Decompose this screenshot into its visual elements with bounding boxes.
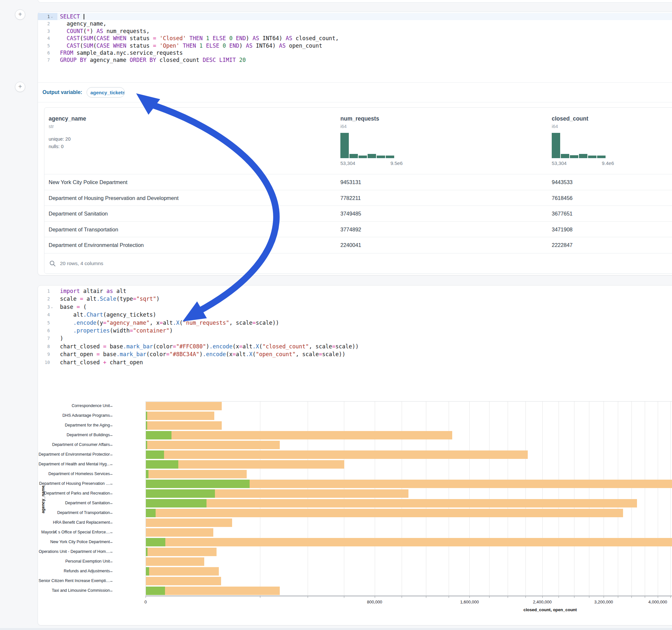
chart-x-tick — [146, 596, 146, 598]
output-variable-pill[interactable]: agency_tickets — [87, 87, 125, 98]
line-number: 4 — [38, 311, 57, 319]
cell-agency-name: Department of Housing Preservation and D… — [49, 190, 178, 206]
code-line[interactable]: 2 agency_name, — [38, 20, 672, 27]
add-cell-button-top[interactable]: + — [15, 9, 25, 20]
cell-value: 3749485 — [340, 206, 361, 222]
histogram-range-labels: 53,3049.5e6 — [340, 161, 403, 166]
table-row[interactable]: Department of Transportation377489234719… — [44, 221, 672, 238]
chart-gridline — [558, 401, 559, 596]
code-line[interactable]: 6FROM sample_data.nyc.service_requests — [38, 49, 672, 56]
bar-open-count — [146, 548, 147, 556]
line-number: 2 — [38, 20, 57, 27]
chart-x-tick-label: 3,200,000 — [594, 600, 613, 604]
code-line[interactable]: 2scale = alt.Scale(type="sqrt") — [38, 295, 672, 303]
table-row[interactable]: Department of Housing Preservation and D… — [44, 190, 672, 206]
code-line[interactable]: 6 .properties(width="container") — [38, 327, 672, 335]
chart-category-tick — [110, 416, 113, 416]
results-table-footer: 20 rows, 4 columns — [44, 253, 672, 273]
code-line[interactable]: 4 alt.Chart(agency_tickets) — [38, 311, 672, 319]
bar-open-count — [146, 538, 165, 547]
bar-closed-count — [146, 451, 528, 459]
chart-gridline — [618, 401, 618, 596]
code-line[interactable]: 5 CAST(SUM(CASE WHEN status = 'Open' THE… — [38, 42, 672, 49]
code-line[interactable]: 3⌄base = ( — [38, 303, 672, 311]
sql-code-editor[interactable]: 1⌄SELECT 2 agency_name,3 COUNT(*) AS num… — [38, 13, 672, 64]
code-text: chart_closed + chart_open — [57, 358, 143, 366]
chart-x-tick — [489, 596, 489, 598]
histogram-range-labels: 53,3049.4e6 — [552, 161, 614, 166]
sql-cell-card: 1⌄SELECT 2 agency_name,3 COUNT(*) AS num… — [38, 12, 672, 275]
chart-x-tick-label: 0 — [144, 600, 146, 604]
code-line[interactable]: 5 .encode(y="agency_name", x=alt.X("num_… — [38, 319, 672, 327]
output-variable-value: agency_tickets — [91, 90, 125, 95]
code-line[interactable]: 1import altair as alt — [38, 287, 672, 295]
code-line[interactable]: 3 COUNT(*) AS num_requests, — [38, 28, 672, 35]
line-number: 6 — [38, 49, 57, 56]
bar-open-count — [146, 460, 178, 468]
chart-category-tick — [110, 571, 113, 572]
chart-category-label: Taxi and Limousine Commission — [39, 588, 110, 593]
cell-value: 9443533 — [552, 174, 573, 190]
chart-category-label: Department for the Aging — [39, 423, 110, 428]
bar-open-count — [146, 451, 164, 459]
column-header[interactable]: closed_counti6453,3049.4e6 — [552, 107, 614, 166]
chart-x-tick — [658, 596, 658, 598]
code-line[interactable]: 4 CAST(SUM(CASE WHEN status = 'Closed' T… — [38, 35, 672, 42]
column-histogram — [340, 133, 394, 158]
next-cell-fragment — [0, 628, 672, 630]
chart-category-label: Correspondence Unit — [39, 404, 110, 408]
chart-x-tick-label: 1,600,000 — [460, 600, 479, 604]
text-cursor — [83, 14, 84, 20]
chart-category-label: Department of Environmental Protection — [39, 452, 110, 457]
chart-category-tick — [110, 474, 113, 475]
column-type: i64 — [552, 124, 614, 129]
code-line[interactable]: 8chart_closed = base.mark_bar(color="#FF… — [38, 343, 672, 350]
table-row[interactable]: Department of Environmental Protection22… — [44, 237, 672, 253]
chart-gridline — [470, 401, 470, 596]
chart-category-tick — [110, 406, 113, 407]
chart-category-label: Senior Citizen Rent Increase Exempti… — [39, 579, 110, 583]
code-line[interactable]: 1⌄SELECT — [38, 13, 672, 20]
chart-category-label: Department of Buildings — [39, 433, 110, 437]
chart-gridline — [508, 401, 508, 596]
previous-cell-fragment — [38, 0, 672, 3]
fold-chevron-icon[interactable]: ⌄ — [51, 13, 54, 20]
fold-chevron-icon[interactable]: ⌄ — [51, 303, 54, 311]
bar-closed-count — [146, 567, 219, 576]
cell-value: 7782211 — [340, 190, 361, 206]
code-line[interactable]: 7) — [38, 335, 672, 342]
bar-open-count — [146, 421, 147, 430]
output-variable-label: Output variable: — [43, 90, 82, 95]
bar-closed-count — [146, 402, 222, 410]
chart-gridline — [402, 401, 402, 596]
column-header[interactable]: num_requestsi6453,3049.5e6 — [340, 107, 403, 166]
chart-x-tick — [260, 596, 260, 598]
search-icon[interactable] — [49, 260, 56, 267]
column-name: agency_name — [49, 107, 86, 122]
chart-x-tick — [508, 596, 508, 598]
add-cell-button-output[interactable]: + — [15, 82, 25, 92]
cell-value: 2222847 — [552, 237, 573, 253]
python-code-editor[interactable]: 1import altair as alt2scale = alt.Scale(… — [38, 287, 672, 366]
bar-closed-count — [146, 557, 204, 566]
cell-agency-name: Department of Sanitation — [49, 206, 108, 222]
code-line[interactable]: 7GROUP BY agency_name ORDER BY closed_co… — [38, 56, 672, 64]
chart-x-tick — [574, 596, 574, 598]
bar-open-count — [146, 567, 149, 576]
column-header[interactable]: agency_namestrunique: 20nulls: 0 — [49, 107, 86, 150]
chart-category-tick — [110, 426, 113, 426]
table-row[interactable]: New York City Police Department945313194… — [44, 174, 672, 190]
chart-category-label: Department of Transportation — [39, 510, 110, 515]
code-line[interactable]: 10chart_closed + chart_open — [38, 358, 672, 366]
code-line[interactable]: 9chart_open = base.mark_bar(color="#8BC3… — [38, 350, 672, 358]
chart-x-tick-label: 4,000,000 — [648, 600, 667, 604]
line-number: 7 — [38, 56, 57, 64]
chart-view-border — [146, 401, 146, 596]
cell-value: 7618456 — [552, 190, 573, 206]
cell-value: 3471908 — [552, 222, 573, 238]
chart-x-tick — [645, 596, 645, 598]
chart-category-label: Refunds and Adjustments — [39, 569, 110, 573]
chart-category-label: Department of Homeless Services — [39, 471, 110, 476]
table-row[interactable]: Department of Sanitation37494853677651 — [44, 205, 672, 222]
code-text: SELECT — [57, 13, 84, 20]
